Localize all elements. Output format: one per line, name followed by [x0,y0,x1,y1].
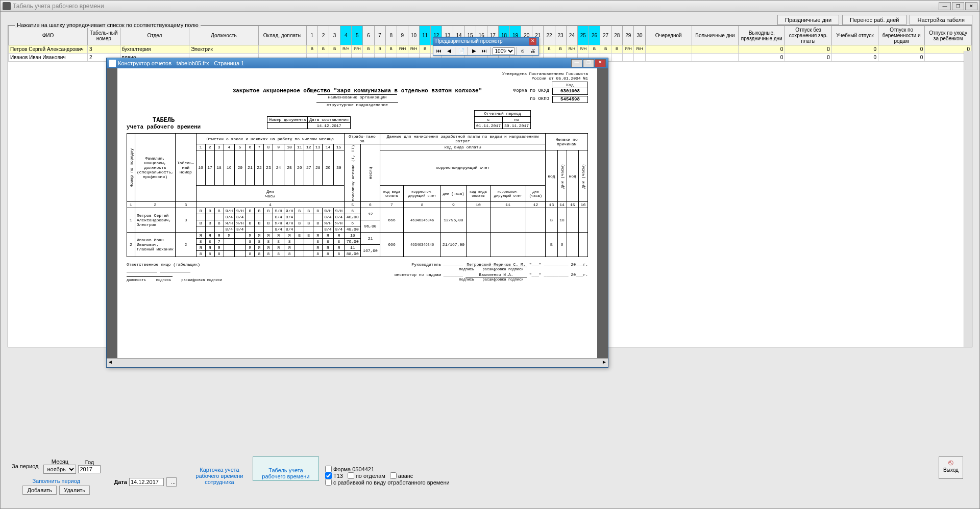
col-sick[interactable]: Больничные дни [692,26,738,45]
prev-page-icon[interactable]: ◀ [445,47,454,55]
month-select[interactable]: ноябрь [43,465,76,474]
transfer-days-button[interactable]: Перенос раб. дней [842,15,906,25]
print-icon[interactable]: 🖨 [528,47,537,55]
col-day-26[interactable]: 26 [589,26,600,45]
report-icon [109,60,116,67]
next-page-icon[interactable]: ▶ [470,47,479,55]
col-maternity[interactable]: Отпуск по беременности и родам [878,26,924,45]
date-label: Дата [114,479,127,485]
col-day-22[interactable]: 22 [544,26,555,45]
col-study[interactable]: Учебный отпуск [831,26,878,45]
year-label: Год [85,459,94,465]
t13-checkbox[interactable] [325,472,332,479]
col-position[interactable]: Должность [189,26,259,45]
col-day-7[interactable]: 7 [374,26,385,45]
col-day-4[interactable]: 4 [340,26,352,45]
preview-toolbar[interactable]: Предварительный просмотр ✕ ⏮ ◀ 📄 ▶ ⏭ 100… [433,37,539,56]
timesheet-link[interactable]: Табель учета рабочего времени [258,466,313,480]
col-day-10[interactable]: 10 [408,26,419,45]
col-salary[interactable]: Оклад, доплаты [258,26,306,45]
col-day-3[interactable]: 3 [329,26,340,45]
close-preview-icon[interactable]: ⎋ [519,47,528,55]
col-dept[interactable]: Отдел [120,26,189,45]
report-scrollbar-h[interactable] [107,358,608,367]
exit-icon: ⎋ [939,458,963,467]
report-maximize[interactable]: ❐ [583,59,594,67]
col-fio[interactable]: ФИО [9,26,88,45]
year-input[interactable] [78,465,101,473]
period-label: За период [12,463,38,469]
col-day-6[interactable]: 6 [363,26,374,45]
report-title: Конструктор отчетов - tabelob05.frx - Ст… [118,60,244,66]
close-button[interactable]: ✕ [965,2,977,10]
main-titlebar: Табель учета рабочего времени — ❐ ✕ [1,1,979,12]
col-day-8[interactable]: 8 [385,26,397,45]
report-page: Утверждена Постановлением Госкомста Росс… [117,68,597,358]
month-label: Месяц [52,459,68,465]
holidays-button[interactable]: Праздничные дни [777,15,839,25]
maximize-button[interactable]: ❐ [952,2,964,10]
col-tabnum[interactable]: Табель-ный номер [87,26,120,45]
minimize-button[interactable]: — [939,2,951,10]
col-day-29[interactable]: 29 [623,26,634,45]
grid-hint-label: Нажатие на шапку упорядочивает список по… [15,22,201,28]
by-dept-checkbox[interactable] [348,472,354,479]
goto-page-icon[interactable]: 📄 [457,47,466,55]
col-day-27[interactable]: 27 [600,26,611,45]
first-page-icon[interactable]: ⏮ [434,47,444,55]
col-day-1[interactable]: 1 [306,26,317,45]
col-day-24[interactable]: 24 [566,26,577,45]
delete-button[interactable]: Удалить [59,486,90,495]
form-label: Форма 0504421 [333,466,374,472]
form-0504421-checkbox[interactable] [325,466,332,472]
app-icon [3,2,11,10]
report-titlebar[interactable]: Конструктор отчетов - tabelob05.frx - Ст… [107,58,608,68]
exit-button[interactable]: ⎋ Выход [939,456,963,479]
advance-checkbox[interactable] [390,472,397,479]
col-vacation[interactable]: Очередной [645,26,692,45]
grid-scrollbar-v[interactable] [964,51,972,347]
col-day-30[interactable]: 30 [634,26,645,45]
last-page-icon[interactable]: ⏭ [480,47,489,55]
preview-toolbar-title: Предварительный просмотр [435,38,503,45]
window-title: Табель учета рабочего времени [13,3,939,10]
date-picker-button[interactable]: ... [166,477,177,487]
report-window: Конструктор отчетов - tabelob05.frx - Ст… [106,58,608,368]
col-day-28[interactable]: 28 [611,26,623,45]
col-day-2[interactable]: 2 [317,26,329,45]
employee-card-link[interactable]: Карточка учета рабочего времени сотрудни… [191,466,248,486]
report-minimize[interactable]: — [571,59,582,67]
report-close[interactable]: ✕ [595,59,606,67]
col-day-23[interactable]: 23 [555,26,566,45]
col-day-25[interactable]: 25 [577,26,589,45]
col-childcare[interactable]: Отпуск по уходу за ребенком [925,26,972,45]
zoom-select[interactable]: 100% [493,47,515,55]
col-day-11[interactable]: 11 [420,26,431,45]
settings-button[interactable]: Настройка табеля [910,15,972,25]
col-unpaid[interactable]: Отпуск без сохранения зар. платы [785,26,831,45]
add-button[interactable]: Добавить [22,486,57,495]
preview-toolbar-close[interactable]: ✕ [529,38,536,45]
fill-period-button[interactable]: Заполнить период [12,477,101,485]
by-type-checkbox[interactable] [325,479,332,486]
col-day-9[interactable]: 9 [397,26,408,45]
date-input[interactable] [129,478,164,486]
col-day-5[interactable]: 5 [352,26,363,45]
col-weekend[interactable]: Выходные, праздничные дни [739,26,785,45]
